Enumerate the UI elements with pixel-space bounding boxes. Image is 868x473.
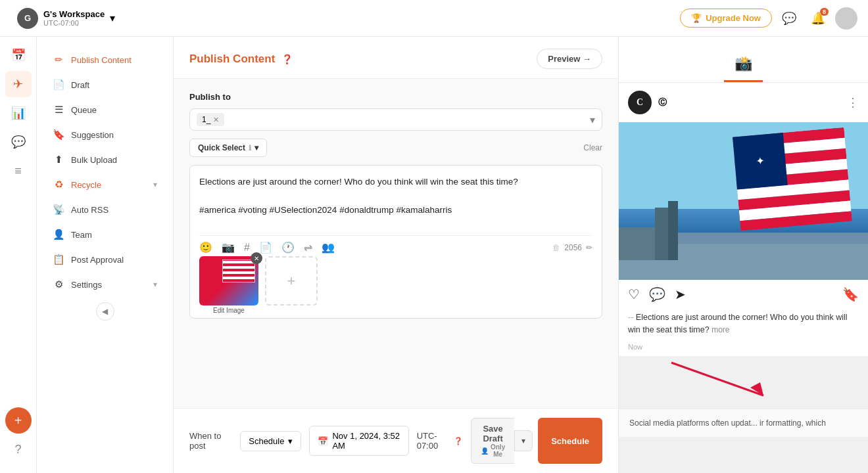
chevron-down-icon: ▾ [110, 12, 115, 24]
text-area-wrapper: Elections are just around the corner! Wh… [189, 165, 602, 319]
schedule-button[interactable]: Schedule [538, 418, 602, 464]
nav-item-draft[interactable]: 📄 Draft [42, 72, 168, 97]
nav-item-post-approval[interactable]: 📋 Post Approval [42, 247, 168, 272]
recycle-expand-icon: ▾ [153, 180, 157, 189]
bottom-actions: Save Draft 👤 Only Me ▾ Schedule [471, 418, 602, 464]
sidebar-icon-bars[interactable]: ≡ [5, 158, 32, 184]
form-header: Publish Content ❓ Preview → [174, 37, 618, 79]
clear-button[interactable]: Clear [583, 143, 602, 152]
preview-note: Social media platforms often updat... ir… [619, 409, 868, 437]
publish-to-row: 1_ ✕ ▾ [189, 108, 602, 131]
nav-item-auto-rss[interactable]: 📡 Auto RSS [42, 197, 168, 222]
approval-icon: 📋 [53, 254, 64, 265]
delete-icon[interactable]: 🗑 [552, 243, 560, 252]
sidebar-icon-help[interactable]: ? [5, 436, 32, 462]
preview-more-link[interactable]: more [711, 325, 729, 334]
document-icon[interactable]: 📄 [259, 241, 272, 254]
nav-item-publish-content[interactable]: ✏ Publish Content [42, 47, 168, 72]
help-tz-icon: ❓ [454, 437, 463, 445]
emoji-icon[interactable]: 🙂 [199, 241, 212, 254]
queue-icon: ☰ [53, 104, 64, 116]
save-draft-button[interactable]: Save Draft 👤 Only Me [471, 418, 514, 464]
upgrade-button[interactable]: 🏆 Upgrade Now [680, 9, 772, 28]
remove-image-button[interactable]: ✕ [251, 252, 262, 264]
sidebar-icon-chat[interactable]: 💬 [5, 129, 32, 155]
preview-more-icon[interactable]: ⋮ [847, 95, 859, 110]
publish-to-label: Publish to [189, 92, 602, 102]
main-layout: 📅 ✈ 📊 💬 ≡ + ? ✏ Publish Content 📄 Draft … [0, 37, 868, 473]
recycle-icon: ♻ [53, 179, 64, 191]
nav-item-settings[interactable]: ⚙ Settings ▾ [42, 272, 168, 297]
sidebar-icon-calendar[interactable]: 📅 [5, 42, 32, 68]
save-draft-expand-button[interactable]: ▾ [514, 430, 533, 451]
topbar: G G's Workspace UTC-07:00 ▾ 🏆 Upgrade No… [0, 0, 868, 37]
add-image-button[interactable]: + [265, 256, 318, 305]
save-draft-group: Save Draft 👤 Only Me ▾ [471, 418, 533, 464]
preview-caption: -- Elections are just around the corner!… [619, 309, 868, 342]
preview-time: Now [619, 342, 868, 356]
date-picker-button[interactable]: 📅 Nov 1, 2024, 3:52 AM [309, 426, 408, 456]
settings-expand-icon: ▾ [153, 280, 157, 289]
timezone-button[interactable]: UTC-07:00 ❓ [417, 431, 463, 451]
schedule-select[interactable]: Schedule ▾ [240, 431, 301, 451]
workspace-name: G's Workspace [43, 9, 105, 19]
sidebar-icons: 📅 ✈ 📊 💬 ≡ + ? [0, 37, 37, 473]
preview-button[interactable]: Preview → [537, 49, 602, 69]
sidebar-icon-analytics[interactable]: 📊 [5, 100, 32, 126]
when-to-post-label: When to post [189, 431, 232, 451]
bookmark-icon[interactable]: 🔖 [842, 286, 859, 302]
share-icon[interactable]: ➤ [675, 286, 686, 302]
image-thumb-1: ✕ Edit Image [199, 256, 258, 309]
chevron-down-icon-qs: ▾ [254, 143, 258, 152]
sidebar-icon-add[interactable]: + [5, 407, 32, 434]
instagram-icon: 📸 [735, 55, 752, 72]
nav-item-bulk-upload[interactable]: ⬆ Bulk Upload [42, 147, 168, 172]
preview-image: ✦ [619, 122, 868, 280]
edit-image-label[interactable]: Edit Image [199, 307, 258, 314]
notifications-button[interactable]: 🔔 8 [806, 7, 830, 30]
preview-card: C Ⓒ ⋮ [619, 83, 868, 356]
calendar-icon-small: 📅 [318, 436, 328, 446]
clock-icon[interactable]: 🕐 [281, 241, 295, 254]
trophy-icon: 🏆 [691, 13, 702, 23]
preview-username: Ⓒ [658, 97, 667, 108]
bottom-bar: When to post Schedule ▾ 📅 Nov 1, 2024, 3… [174, 408, 618, 473]
notification-badge: 8 [820, 8, 829, 16]
arrow-icon[interactable]: ⇌ [304, 241, 312, 254]
nav-item-team[interactable]: 👤 Team [42, 222, 168, 247]
remove-account-button[interactable]: ✕ [213, 116, 219, 124]
nav-item-suggestion[interactable]: 🔖 Suggestion [42, 122, 168, 147]
user-avatar-button[interactable] [835, 7, 857, 30]
collapse-nav-button[interactable]: ◀ [96, 302, 114, 321]
draft-icon: 📄 [53, 79, 64, 91]
pencil-icon: ✏ [53, 54, 64, 66]
form-body: Publish to 1_ ✕ ▾ Quick Select ℹ ▾ Clear [174, 79, 618, 408]
comment-icon[interactable]: 💬 [649, 286, 665, 302]
preview-card-header: C Ⓒ ⋮ [619, 83, 868, 122]
publish-to-expand-icon[interactable]: ▾ [590, 114, 595, 126]
nav-item-queue[interactable]: ☰ Queue [42, 97, 168, 122]
publish-form: Publish Content ❓ Preview → Publish to 1… [174, 37, 618, 473]
sidebar-icon-publish[interactable]: ✈ [5, 71, 32, 97]
messages-button[interactable]: 💬 [777, 7, 801, 30]
hashtag-icon[interactable]: # [244, 242, 250, 254]
like-icon[interactable]: ♡ [628, 286, 640, 302]
help-icon[interactable]: ❓ [281, 54, 293, 64]
only-me-label: 👤 Only Me [481, 443, 505, 458]
upload-icon: ⬆ [53, 154, 64, 166]
people-icon[interactable]: 👥 [322, 241, 335, 254]
quick-select-button[interactable]: Quick Select ℹ ▾ [189, 139, 267, 157]
left-nav: ✏ Publish Content 📄 Draft ☰ Queue 🔖 Sugg… [37, 37, 174, 473]
image-row: ✕ Edit Image + [199, 256, 592, 309]
preview-header: 📸 [619, 37, 868, 83]
edit-icon[interactable]: ✏ [586, 243, 592, 252]
team-icon: 👤 [53, 229, 64, 240]
camera-icon[interactable]: 📷 [222, 241, 235, 254]
nav-item-recycle[interactable]: ♻ Recycle ▾ [42, 172, 168, 197]
post-text-input[interactable]: Elections are just around the corner! Wh… [199, 175, 592, 227]
quick-select-row: Quick Select ℹ ▾ Clear [189, 139, 602, 157]
arrow-annotation [619, 356, 868, 409]
workspace-selector[interactable]: G G's Workspace UTC-07:00 ▾ [11, 4, 122, 33]
preview-actions: ♡ 💬 ➤ 🔖 [619, 280, 868, 309]
instagram-tab[interactable]: 📸 [724, 47, 763, 82]
